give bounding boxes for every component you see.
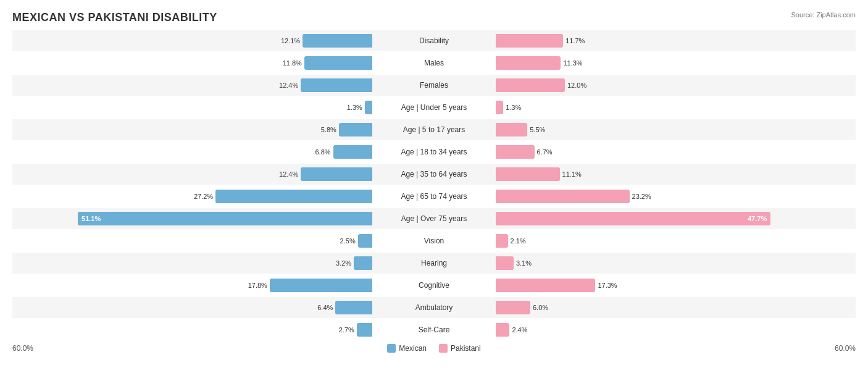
bar-blue: [357, 323, 372, 337]
bar-blue: [335, 301, 372, 314]
bar-value-right: 1.3%: [506, 104, 521, 111]
legend-label-mexican: Mexican: [399, 344, 427, 353]
bar-value-left: 27.2%: [194, 193, 213, 200]
bar-right-side: 5.5%: [496, 119, 856, 140]
bar-pink: [496, 78, 565, 92]
bar-left-side: 6.8%: [12, 141, 372, 162]
bar-blue: [270, 279, 372, 292]
bar-pink: [496, 323, 509, 337]
chart-header: MEXICAN VS PAKISTANI DISABILITY Source: …: [12, 11, 856, 24]
bar-label: Age | 35 to 64 years: [372, 170, 496, 178]
bar-pink: [496, 101, 503, 114]
bar-right-side: 12.0%: [496, 75, 856, 96]
bar-value-left: 6.8%: [315, 148, 330, 156]
bar-blue: [303, 34, 372, 48]
bar-label: Age | 18 to 34 years: [372, 148, 496, 156]
bar-row: 5.8%Age | 5 to 17 years5.5%: [12, 119, 856, 140]
legend-box-pakistani: [439, 344, 448, 353]
bar-left-side: 3.2%: [12, 253, 372, 274]
bar-value-left: 1.3%: [347, 104, 362, 111]
bar-value-right: 2.1%: [511, 237, 526, 245]
bar-left-side: 12.4%: [12, 75, 372, 96]
bar-row: 12.4%Females12.0%: [12, 75, 856, 96]
bar-row: 2.5%Vision2.1%: [12, 230, 856, 251]
bar-right-side: 2.4%: [496, 319, 856, 340]
bar-pink: [496, 301, 530, 314]
bar-row: 17.8%Cognitive17.3%: [12, 275, 856, 296]
bar-blue: [301, 78, 372, 92]
bar-row: 6.8%Age | 18 to 34 years6.7%: [12, 141, 856, 162]
bar-pink: [496, 145, 535, 159]
bar-pink: [496, 256, 514, 270]
bar-pink: [496, 279, 595, 292]
bar-value-right: 23.2%: [632, 193, 651, 200]
bar-blue: [215, 190, 372, 203]
chart-source: Source: ZipAtlas.com: [791, 11, 856, 19]
bar-value-right: 5.5%: [530, 126, 545, 133]
bar-value-right: 47.7%: [748, 215, 767, 222]
bar-value-right: 11.1%: [562, 170, 582, 178]
bar-blue: 51.1%: [78, 212, 372, 225]
bar-row: 1.3%Age | Under 5 years1.3%: [12, 97, 856, 118]
bar-row: 12.1%Disability11.7%: [12, 30, 856, 51]
bar-value-left: 11.8%: [283, 59, 302, 67]
bar-row: 51.1%Age | Over 75 years47.7%: [12, 208, 856, 229]
legend: Mexican Pakistani: [387, 344, 480, 353]
bar-right-side: 11.7%: [496, 30, 856, 51]
bar-left-side: 12.1%: [12, 30, 372, 51]
bar-right-side: 11.3%: [496, 52, 856, 74]
bar-pink: [496, 123, 527, 136]
bar-blue: [354, 256, 372, 270]
bar-right-side: 1.3%: [496, 97, 856, 118]
bar-row: 6.4%Ambulatory6.0%: [12, 297, 856, 318]
bar-right-side: 47.7%: [496, 208, 856, 229]
bar-row: 3.2%Hearing3.1%: [12, 253, 856, 274]
bar-label: Self-Care: [372, 326, 496, 334]
bar-blue: [304, 56, 372, 70]
bar-value-left: 2.7%: [339, 326, 354, 334]
legend-item-pakistani: Pakistani: [439, 344, 481, 353]
bar-value-right: 11.7%: [565, 37, 585, 44]
bar-label: Disability: [372, 36, 496, 45]
bar-label: Hearing: [372, 259, 496, 267]
bar-row: 2.7%Self-Care2.4%: [12, 319, 856, 340]
bar-label: Cognitive: [372, 281, 496, 290]
bar-pink: [496, 234, 508, 248]
bar-value-left: 12.4%: [279, 170, 298, 178]
bar-value-right: 17.3%: [598, 282, 617, 289]
bar-left-side: 6.4%: [12, 297, 372, 318]
bar-left-side: 2.5%: [12, 230, 372, 251]
bar-pink: [496, 190, 630, 203]
bar-value-left: 17.8%: [248, 282, 267, 289]
bar-blue: [339, 123, 372, 136]
bar-right-side: 3.1%: [496, 253, 856, 274]
legend-label-pakistani: Pakistani: [451, 344, 481, 353]
bar-label: Age | Over 75 years: [372, 214, 496, 223]
bar-right-side: 23.2%: [496, 186, 856, 207]
chart-title: MEXICAN VS PAKISTANI DISABILITY: [12, 11, 217, 24]
bar-value-right: 11.3%: [563, 59, 582, 67]
bar-right-side: 11.1%: [496, 164, 856, 185]
bar-blue: [358, 234, 372, 248]
bar-row: 27.2%Age | 65 to 74 years23.2%: [12, 186, 856, 207]
bar-label: Age | Under 5 years: [372, 103, 496, 112]
bar-value-left: 51.1%: [81, 215, 101, 222]
footer-area: 60.0% Mexican Pakistani 60.0%: [12, 344, 856, 353]
bar-right-side: 17.3%: [496, 275, 856, 296]
chart-container: MEXICAN VS PAKISTANI DISABILITY Source: …: [0, 0, 868, 359]
bar-value-right: 12.0%: [567, 82, 586, 89]
bar-label: Age | 65 to 74 years: [372, 192, 496, 201]
bar-pink: [496, 56, 561, 70]
bar-value-right: 2.4%: [512, 326, 527, 334]
legend-item-mexican: Mexican: [387, 344, 427, 353]
bar-value-left: 12.1%: [281, 37, 300, 44]
bar-value-right: 6.0%: [533, 304, 548, 311]
bar-left-side: 51.1%: [12, 208, 372, 229]
bar-left-side: 5.8%: [12, 119, 372, 140]
bar-right-side: 2.1%: [496, 230, 856, 251]
footer-label-left: 60.0%: [12, 344, 62, 353]
bar-row: 11.8%Males11.3%: [12, 52, 856, 74]
bar-right-side: 6.7%: [496, 141, 856, 162]
bar-left-side: 12.4%: [12, 164, 372, 185]
bar-value-left: 2.5%: [340, 237, 356, 245]
